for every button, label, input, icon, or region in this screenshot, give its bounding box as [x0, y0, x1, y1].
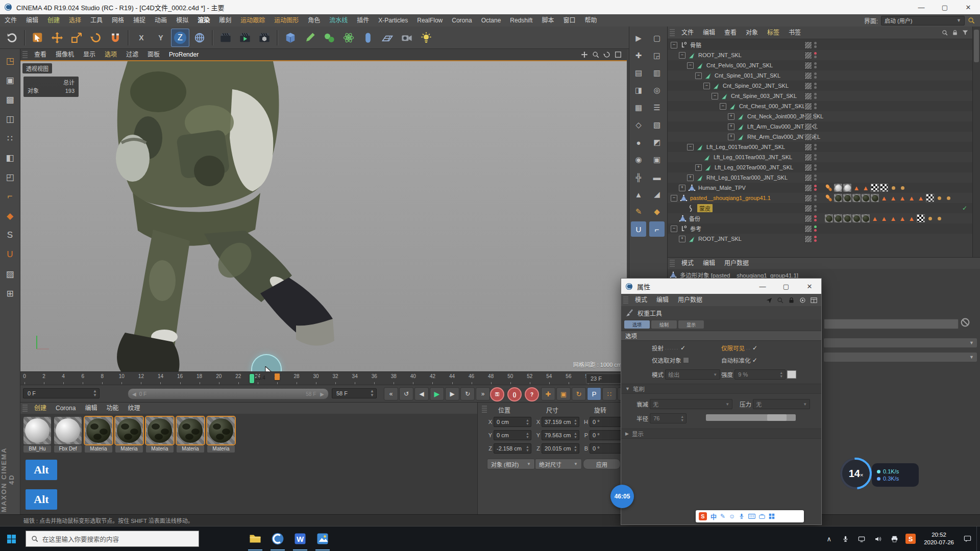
visibility-toggle[interactable] — [804, 82, 812, 90]
visibility-dot[interactable] — [814, 83, 817, 85]
texture-mode-button-icon[interactable]: ▩ — [2, 91, 18, 108]
minimize-button[interactable]: — — [751, 279, 774, 294]
coordinate-system-button-icon[interactable] — [190, 29, 209, 47]
visibility-dot[interactable] — [814, 174, 817, 177]
visibility-toggle[interactable] — [804, 52, 812, 59]
side-tool-list-icon[interactable]: ☰ — [649, 100, 665, 115]
ds-tag-icon[interactable] — [825, 214, 833, 222]
tree-row-Cnt_Neck_Joint000_JNT_SKL[interactable]: +Cnt_Neck_Joint000_JNT_SKL — [668, 111, 972, 121]
collapse-icon[interactable]: − — [687, 144, 694, 151]
pd-tag-icon[interactable] — [935, 194, 943, 202]
array-button-icon[interactable]: ▨ — [2, 266, 18, 282]
menu-雕刻[interactable]: 雕刻 — [214, 14, 236, 27]
show-desktop-button[interactable] — [976, 527, 980, 551]
record-keyframe-button[interactable]: ⚿ — [490, 387, 504, 402]
timeline-marker[interactable] — [275, 373, 280, 380]
soldier-model[interactable] — [56, 61, 362, 371]
visibility-dot[interactable] — [814, 113, 817, 116]
texture-paint-button-icon[interactable]: ◆ — [2, 208, 18, 224]
properties-title-bar[interactable]: 属性 — ▢ ✕ — [621, 279, 821, 294]
side-tool-tile-icon[interactable]: ▣ — [649, 152, 665, 167]
object-label[interactable]: Cnt_Spine_001_JNT_SKL — [715, 72, 780, 79]
rotate-tool-icon[interactable] — [87, 29, 105, 47]
tray-expand-icon[interactable]: ∧ — [822, 527, 836, 551]
tri-tag-icon[interactable]: ▲ — [880, 214, 888, 222]
attribute-menu-用户数据[interactable]: 用户数据 — [720, 257, 753, 269]
strength-swatch[interactable] — [787, 370, 796, 379]
side-tool-axes-icon[interactable]: ✚ — [631, 48, 646, 63]
visibility-dot[interactable] — [814, 164, 817, 167]
weight-tag-icon[interactable] — [825, 184, 833, 192]
visibility-dot[interactable] — [814, 147, 817, 150]
visibility-dot[interactable] — [814, 144, 817, 146]
visibility-dot[interactable] — [814, 123, 817, 126]
tri-tag-icon[interactable]: ▲ — [852, 184, 861, 192]
side-tool-round-icon[interactable]: ● — [631, 135, 646, 150]
key-pla-toggle[interactable]: ∷ — [602, 387, 617, 400]
taskbar-photos[interactable] — [311, 527, 334, 551]
tree-row-Lft_Leg_001Tear003_JNT_SKL[interactable]: Lft_Leg_001Tear003_JNT_SKL — [668, 152, 972, 162]
workplane-mode-button-icon[interactable]: ◫ — [2, 111, 18, 127]
side-tool-stack-icon[interactable]: ▥ — [649, 65, 665, 81]
display-section-header[interactable]: ▶显示 — [621, 429, 821, 439]
object-label[interactable]: pasted__shouqiang1_group41.1 — [690, 195, 771, 201]
perspective-viewport[interactable]: 查看摄像机显示选项过滤面板ProRender — [20, 49, 627, 371]
material-menu-编辑[interactable]: 编辑 — [80, 402, 102, 414]
apply-button[interactable]: 应用 — [583, 459, 621, 469]
mic-icon[interactable] — [739, 513, 745, 519]
pd-tag-icon[interactable] — [889, 184, 897, 192]
taskbar-wps[interactable]: W — [289, 527, 311, 551]
previous-frame-button[interactable]: ◀ — [414, 387, 429, 400]
add-spline-button-icon[interactable] — [301, 29, 319, 47]
side-tool-ruler-icon[interactable]: ⌐ — [649, 221, 665, 237]
coords-尺寸-Z-field[interactable]: Z20.015 cm▲▼ — [535, 443, 579, 454]
object-manager-menu-标签[interactable]: 标签 — [763, 27, 784, 39]
side-tool-plane-icon[interactable]: ▤ — [631, 65, 646, 81]
visibility-dot[interactable] — [814, 93, 817, 95]
scale-tool-icon[interactable] — [67, 29, 86, 47]
visibility-dot[interactable] — [814, 198, 817, 201]
ds-tag-icon[interactable] — [862, 214, 870, 222]
visibility-toggle[interactable] — [804, 215, 812, 222]
visibility-dot[interactable] — [814, 226, 817, 228]
collapse-icon[interactable]: − — [679, 52, 685, 59]
coords-尺寸-Y-field[interactable]: Y79.563 cm▲▼ — [535, 430, 579, 440]
properties-tab-选项[interactable]: 选项 — [624, 320, 650, 329]
tri-tag-icon[interactable]: ▲ — [898, 194, 906, 202]
search-icon[interactable] — [777, 297, 783, 304]
sogou-input-toolbar[interactable]: S 中 ✎ ☺ — [696, 510, 804, 522]
side-tool-bucket-icon[interactable]: ◆ — [649, 204, 665, 219]
pressure-dropdown[interactable]: 无▼ — [753, 399, 810, 409]
side-tool-mirror-icon[interactable]: ◨ — [631, 83, 646, 98]
collapse-icon[interactable]: − — [703, 83, 710, 89]
material-swatch-Materia[interactable]: Materia — [85, 417, 112, 453]
pd-tag-icon[interactable] — [944, 194, 952, 202]
material-menu-纹理[interactable]: 纹理 — [123, 402, 144, 414]
tri-tag-icon[interactable]: ▲ — [871, 214, 879, 222]
mograph-button-icon[interactable] — [320, 29, 338, 47]
visibility-dot[interactable] — [814, 134, 817, 136]
pd-tag-icon[interactable] — [926, 214, 934, 222]
tri-tag-icon[interactable]: ▲ — [917, 194, 925, 202]
visibility-dot[interactable] — [814, 62, 817, 65]
visibility-dot[interactable] — [814, 72, 817, 75]
smiley-icon[interactable]: ☺ — [729, 513, 735, 520]
key-parameter-toggle[interactable]: P — [587, 387, 601, 400]
visibility-dot[interactable] — [814, 185, 817, 187]
axis-z-lock-button-icon[interactable]: Z — [171, 29, 189, 47]
expand-icon[interactable]: + — [687, 174, 694, 181]
material-swatch-BM_Hu[interactable]: BM_Hu — [23, 417, 51, 453]
autokey-button[interactable]: () — [507, 387, 522, 402]
pick-arrow-icon[interactable] — [765, 296, 772, 304]
viewport-menu-查看[interactable]: 查看 — [30, 49, 51, 60]
magnet-snap-button-icon[interactable]: U — [2, 246, 18, 263]
strength-input[interactable]: 9 %▲▼ — [734, 369, 786, 380]
filter-icon[interactable] — [962, 30, 968, 36]
selected-only-checkbox-row[interactable]: 仅选取对象 — [652, 356, 689, 364]
visibility-dot[interactable] — [814, 117, 817, 119]
object-label[interactable]: 备份 — [689, 214, 700, 222]
visibility-toggle[interactable] — [804, 235, 812, 243]
network-icon[interactable] — [854, 527, 869, 551]
render-view-button-icon[interactable] — [216, 29, 235, 47]
menu-文件[interactable]: 文件 — [0, 14, 21, 27]
